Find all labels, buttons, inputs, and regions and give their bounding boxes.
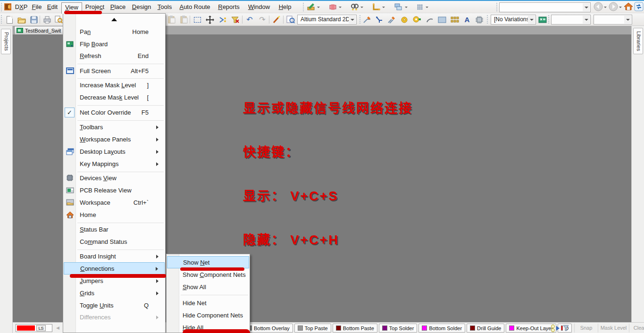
menu-item-decrease-mask-level[interactable]: Decrease Mask Level[ (64, 92, 165, 104)
print-preview-button[interactable] (54, 15, 63, 24)
grid-tool-icon[interactable] (415, 2, 425, 11)
zoom-document-button[interactable] (286, 15, 295, 24)
toolbar-grip[interactable] (1, 3, 2, 11)
filter-icon[interactable] (563, 325, 569, 332)
toolbar-grip[interactable] (548, 15, 550, 24)
print-button[interactable] (42, 15, 52, 24)
menubar-item-design[interactable]: Design (130, 2, 153, 12)
menu-item-board-insight[interactable]: Board Insight (64, 250, 165, 263)
menu-item-key-mappings[interactable]: Key Mappings (64, 158, 165, 170)
find-tool-icon[interactable] (350, 2, 360, 11)
differential-route-icon[interactable] (387, 15, 396, 24)
combo-arrow-icon[interactable] (349, 16, 356, 24)
menubar-item-window[interactable]: Window (245, 2, 273, 12)
menu-item-workspace-panels[interactable]: Workspace Panels (64, 133, 165, 146)
dropdown-caret-icon[interactable] (317, 7, 320, 9)
dropdown-caret-icon[interactable] (339, 7, 342, 9)
toolbar-grip[interactable] (303, 3, 304, 11)
menu-item-flip-board[interactable]: Flip Board (64, 38, 165, 50)
menu-item-desktop-layouts[interactable]: Desktop Layouts (64, 146, 165, 158)
menu-item-devices-view[interactable]: Devices View (64, 172, 165, 184)
quick-access-combobox[interactable] (499, 2, 591, 12)
menu-item-differences[interactable]: Differences (64, 311, 165, 324)
dropdown-caret-icon[interactable] (405, 7, 408, 9)
save-button[interactable] (29, 15, 39, 24)
libraries-panel-tab[interactable]: Libraries (633, 28, 643, 54)
paste-special-button[interactable] (167, 15, 176, 24)
submenu-item-show-all[interactable]: Show All (167, 281, 249, 293)
interactive-track-icon[interactable] (362, 15, 372, 24)
align-tool-icon[interactable] (393, 2, 403, 11)
panels-icon[interactable] (551, 324, 555, 332)
layer-tab[interactable]: Bottom Overlay (243, 324, 293, 333)
move-object-button[interactable] (205, 15, 215, 24)
polygon-tool-icon[interactable] (328, 2, 338, 11)
menu-item-home[interactable]: Home (64, 209, 165, 221)
layer-tab[interactable]: Bottom Solder (418, 324, 465, 333)
dropdown-caret-icon[interactable] (382, 7, 385, 9)
menubar-item-place[interactable]: Place (108, 2, 128, 12)
layer-tab[interactable]: Drill Guide (467, 324, 504, 333)
text-tool-icon[interactable]: A (462, 15, 472, 24)
projects-panel-tab[interactable]: Projects (1, 29, 11, 54)
menu-scroll-up[interactable] (64, 14, 165, 25)
toolbar-grip[interactable] (496, 3, 498, 11)
document-tab[interactable]: TestBoard_Swit (14, 26, 64, 34)
layer-tab[interactable]: Bottom Paste (333, 324, 377, 333)
empty-combobox-1[interactable] (551, 15, 591, 25)
dimension-tool-icon[interactable] (372, 2, 381, 11)
via-tool-icon[interactable] (400, 15, 409, 24)
menu-item-workspace[interactable]: WorkspaceCtrl+` (64, 197, 165, 209)
menubar-item-reports[interactable]: Reports (215, 2, 243, 12)
variant-board-icon[interactable] (538, 15, 547, 24)
redo-button[interactable]: ↷ (258, 15, 267, 24)
toolbar-grip[interactable] (360, 15, 361, 24)
forward-button[interactable] (609, 2, 618, 11)
clear-filter-button[interactable] (231, 15, 240, 24)
array-tool-icon[interactable] (450, 15, 460, 24)
empty-combobox-2[interactable] (594, 15, 632, 25)
combo-arrow-icon[interactable] (528, 16, 535, 24)
menu-item-full-screen[interactable]: Full ScreenAlt+F5 (64, 65, 165, 77)
menubar-item-dxp[interactable]: DXP (12, 2, 30, 12)
toolbar-grip[interactable] (487, 15, 488, 24)
pad-tool-icon[interactable] (412, 15, 422, 24)
menu-item-pcb-release-view[interactable]: PCB Release View (64, 184, 165, 197)
menubar-item-tools[interactable]: Tools (155, 2, 175, 12)
sync-button[interactable] (634, 2, 644, 11)
submenu-item-show-net[interactable]: Show Net (167, 256, 249, 268)
select-area-button[interactable] (192, 15, 202, 24)
variations-combobox[interactable]: [No Variations] (491, 15, 536, 25)
open-document-button[interactable] (17, 15, 26, 24)
menu-item-toolbars[interactable]: Toolbars (64, 121, 165, 133)
combo-arrow-icon[interactable] (583, 16, 590, 24)
menu-item-pan[interactable]: PanHome (64, 26, 165, 38)
interactive-route-icon[interactable] (375, 15, 384, 24)
fill-tool-icon[interactable] (437, 15, 447, 24)
view-mode-combobox[interactable]: Altium Standard 2D (297, 15, 357, 25)
home-button[interactable] (624, 2, 633, 11)
combo-arrow-icon[interactable] (583, 3, 590, 11)
menubar-item-file[interactable]: File (29, 2, 44, 12)
menubar-item-auto-route[interactable]: Auto Route (177, 2, 212, 12)
menu-item-toggle-units[interactable]: Toggle UnitsQ (64, 300, 165, 312)
submenu-item-hide-net[interactable]: Hide Net (167, 297, 249, 309)
menu-item-net-color-override[interactable]: Net Color OverrideF5 (64, 107, 165, 119)
back-history-caret-icon[interactable] (604, 7, 607, 9)
forward-history-caret-icon[interactable] (619, 7, 622, 9)
layer-tab[interactable]: Keep-Out Layer (506, 324, 556, 333)
menu-item-increase-mask-level[interactable]: Increase Mask Level] (64, 79, 165, 92)
paste-button[interactable] (179, 15, 189, 24)
dropdown-caret-icon[interactable] (426, 7, 428, 9)
current-layer-indicator[interactable]: LS (16, 324, 52, 332)
layer-tab[interactable]: Top Solder (379, 324, 418, 333)
component-tool-icon[interactable] (475, 15, 484, 24)
clear-button[interactable]: Clear (629, 324, 644, 333)
measure-tool-icon[interactable] (307, 2, 316, 11)
arc-tool-icon[interactable] (425, 15, 435, 24)
toolbar-grip[interactable] (1, 15, 2, 24)
layer-tab[interactable]: Top Paste (294, 324, 331, 333)
menubar-item-edit[interactable]: Edit (44, 2, 60, 12)
undo-button[interactable]: ↶ (245, 15, 254, 24)
scroll-tabs-left-icon[interactable]: ◀ (56, 325, 59, 330)
